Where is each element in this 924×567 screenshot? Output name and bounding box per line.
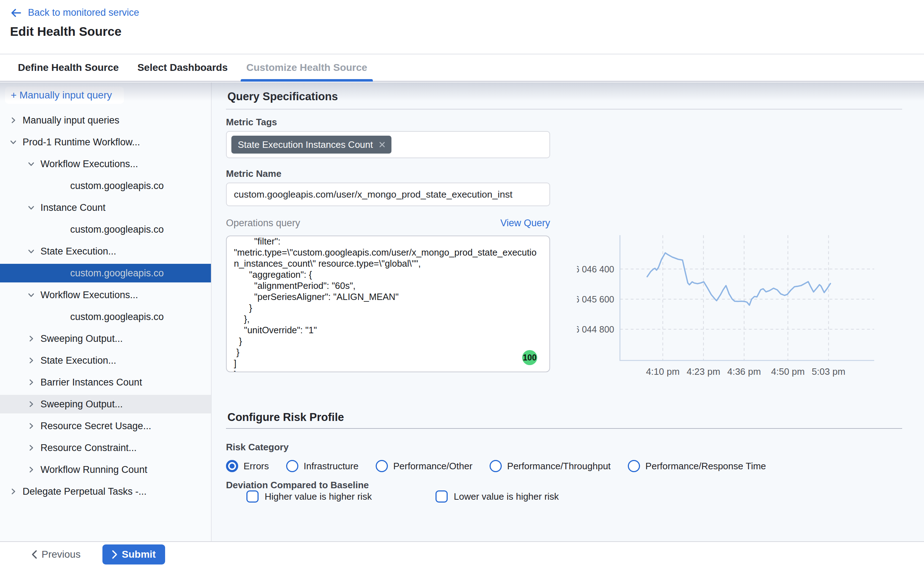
radio-icon	[286, 460, 298, 472]
risk-category-radio-label: Performance/Response Time	[645, 460, 766, 472]
higher-value-checkbox-label: Higher value is higher risk	[264, 491, 372, 502]
previous-button[interactable]: Previous	[32, 549, 81, 560]
chevron-right-icon[interactable]	[27, 334, 36, 343]
risk-category-radio[interactable]: Performance/Response Time	[628, 460, 766, 472]
footer: Previous Submit	[0, 541, 924, 567]
svg-text:4:23 pm: 4:23 pm	[687, 366, 720, 377]
operations-query-label: Operations query	[226, 218, 300, 229]
add-manual-query-button[interactable]: + Manually input query	[5, 87, 124, 104]
risk-category-radio[interactable]: Performance/Other	[376, 460, 472, 472]
deviation-label: Deviation Compared to Baseline	[226, 480, 369, 491]
risk-category-label: Risk Category	[226, 442, 288, 453]
svg-text:36 046 400: 36 046 400	[577, 264, 614, 274]
sidebar-tree-item-label: State Execution...	[41, 246, 116, 257]
sidebar-tree-item[interactable]: Workflow Executions...	[0, 286, 211, 304]
lower-value-checkbox[interactable]: Lower value is higher risk	[436, 490, 559, 502]
page-title: Edit Health Source	[10, 24, 122, 39]
section-divider	[226, 109, 902, 110]
configure-risk-profile-heading: Configure Risk Profile	[227, 411, 344, 424]
back-link-label: Back to monitored service	[28, 7, 139, 18]
chevron-right-icon[interactable]	[27, 465, 36, 474]
risk-category-radio[interactable]: Performance/Throughput	[490, 460, 611, 472]
metric-name-label: Metric Name	[226, 168, 281, 179]
sidebar-tree-item[interactable]: Delegate Perpetual Tasks -...	[0, 482, 211, 501]
sidebar-tree-item-label: Prod-1 Runtime Workflow...	[23, 137, 140, 148]
submit-button[interactable]: Submit	[102, 544, 165, 564]
sidebar-tree-item[interactable]: Instance Count	[0, 198, 211, 217]
chevron-right-icon[interactable]	[27, 422, 36, 430]
operations-query-text: "filter": "metric.type=\"custom.googleap…	[234, 236, 541, 372]
tab-bar: Define Health Source Select Dashboards C…	[0, 54, 924, 82]
risk-category-radio-label: Performance/Other	[393, 460, 472, 472]
radio-icon	[490, 460, 502, 472]
chevron-right-icon[interactable]	[27, 444, 36, 452]
chevron-down-icon[interactable]	[27, 160, 36, 168]
chevron-down-icon[interactable]	[27, 291, 36, 299]
previous-button-label: Previous	[42, 549, 81, 560]
sidebar-tree-item-label: Sweeping Output...	[41, 399, 123, 410]
sidebar-tree-item[interactable]: custom.googleapis.co	[0, 264, 211, 282]
sidebar-tree-item[interactable]: custom.googleapis.co	[0, 220, 211, 239]
checkbox-icon	[436, 490, 448, 502]
risk-category-radio-label: Errors	[243, 460, 269, 472]
higher-value-checkbox[interactable]: Higher value is higher risk	[246, 490, 372, 502]
operations-query-editor[interactable]: "filter": "metric.type=\"custom.googleap…	[226, 236, 550, 372]
sidebar-tree-item[interactable]: Prod-1 Runtime Workflow...	[0, 133, 211, 152]
sidebar-tree-item[interactable]: custom.googleapis.co	[0, 177, 211, 195]
remove-tag-icon[interactable]	[379, 141, 386, 148]
risk-category-radio-group: ErrorsInfrastructurePerformance/OtherPer…	[226, 458, 766, 474]
sidebar-tree-item[interactable]: State Execution...	[0, 242, 211, 261]
sidebar-tree-item[interactable]: State Execution...	[0, 351, 211, 370]
sidebar-tree-item[interactable]: Resource Secret Usage...	[0, 417, 211, 435]
chevron-down-icon[interactable]	[27, 247, 36, 256]
tab-select-dashboards[interactable]: Select Dashboards	[137, 54, 228, 81]
sidebar-tree-item-label: Resource Constraint...	[41, 442, 137, 453]
metric-tag-chip[interactable]: State Execution Instances Count	[231, 136, 391, 154]
sidebar-tree-item-label: custom.googleapis.co	[70, 180, 164, 192]
sidebar-tree-item[interactable]: Sweeping Output...	[0, 329, 211, 348]
sidebar-tree-item[interactable]: custom.googleapis.co	[0, 308, 211, 326]
sidebar-tree-item-label: Sweeping Output...	[41, 333, 123, 344]
main-panel: Query Specifications Metric Tags State E…	[212, 82, 924, 541]
risk-category-radio-label: Performance/Throughput	[507, 460, 611, 472]
radio-icon	[376, 460, 388, 472]
chevron-right-icon[interactable]	[27, 400, 36, 408]
radio-icon	[628, 460, 640, 472]
sidebar-tree-item[interactable]: Manually input queries	[0, 111, 211, 130]
chevron-right-icon	[112, 550, 117, 559]
sidebar-tree-item[interactable]: Workflow Executions...	[0, 154, 211, 173]
sidebar-tree-item-label: Workflow Executions...	[41, 290, 138, 301]
tab-define-health-source[interactable]: Define Health Source	[17, 54, 120, 81]
edit-health-source-page: Back to monitored service Edit Health So…	[0, 0, 924, 567]
metric-tree: Manually input queriesProd-1 Runtime Wor…	[0, 111, 211, 504]
chevron-right-icon[interactable]	[27, 378, 36, 387]
tab-customize-health-source[interactable]: Customize Health Source	[246, 54, 368, 81]
metric-preview-chart: 36 046 40036 045 60036 044 8004:10 pm4:2…	[577, 232, 906, 386]
sidebar-tree-item-label: custom.googleapis.co	[70, 268, 164, 279]
back-to-monitored-service-link[interactable]: Back to monitored service	[10, 7, 139, 18]
sidebar-tree-item-label: Delegate Perpetual Tasks -...	[23, 486, 146, 497]
chevron-right-icon[interactable]	[27, 356, 36, 365]
chevron-down-icon[interactable]	[9, 138, 18, 146]
chevron-down-icon[interactable]	[27, 203, 36, 212]
risk-category-radio[interactable]: Infrastructure	[286, 460, 359, 472]
risk-category-radio[interactable]: Errors	[226, 460, 269, 472]
svg-text:4:36 pm: 4:36 pm	[727, 366, 761, 377]
records-count-badge: 100	[522, 350, 537, 365]
deviation-checkbox-row: Higher value is higher risk Lower value …	[226, 490, 727, 506]
svg-text:36 044 800: 36 044 800	[577, 324, 614, 334]
sidebar-metric-tree: + Manually input query Manually input qu…	[0, 82, 212, 541]
sidebar-tree-item[interactable]: Sweeping Output...	[0, 395, 211, 413]
metric-tags-input[interactable]: State Execution Instances Count	[226, 131, 550, 158]
sidebar-tree-item[interactable]: Barrier Instances Count	[0, 373, 211, 392]
chevron-right-icon[interactable]	[9, 116, 18, 124]
sidebar-tree-item-label: custom.googleapis.co	[70, 224, 164, 235]
sidebar-tree-item[interactable]: Resource Constraint...	[0, 438, 211, 457]
view-query-link[interactable]: View Query	[500, 218, 550, 229]
submit-button-label: Submit	[122, 549, 156, 560]
sidebar-tree-item[interactable]: Workflow Running Count	[0, 460, 211, 479]
metric-name-input[interactable]: custom.googleapis.com/user/x_mongo_prod_…	[226, 183, 550, 206]
chevron-right-icon[interactable]	[9, 487, 18, 496]
sidebar-tree-item-label: Resource Secret Usage...	[41, 421, 151, 432]
radio-icon	[226, 460, 238, 472]
